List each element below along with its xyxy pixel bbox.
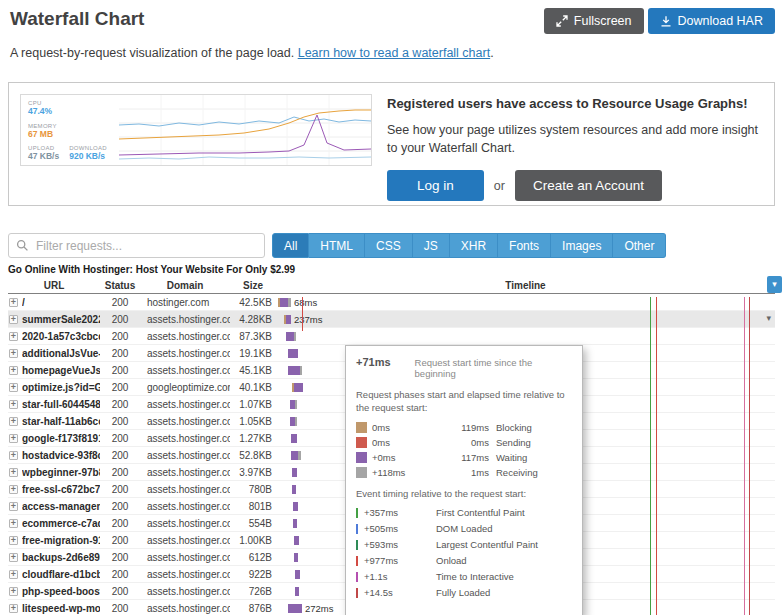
column-domain[interactable]: Domain [140, 280, 230, 291]
login-button[interactable]: Log in [387, 170, 484, 201]
size-cell: 780B [230, 484, 276, 495]
filter-tab-all[interactable]: All [272, 233, 309, 258]
column-size[interactable]: Size [230, 280, 276, 291]
domain-cell: assets.hostinger.com [140, 365, 230, 376]
filter-tab-fonts[interactable]: Fonts [498, 233, 551, 258]
filter-tab-other[interactable]: Other [613, 233, 666, 258]
tooltip-event-row: +14.5sFully Loaded [356, 587, 572, 598]
expand-row-icon[interactable]: + [9, 332, 18, 341]
expand-row-icon[interactable]: + [9, 434, 18, 443]
url-cell: +php-speed-boost-f... [8, 586, 100, 597]
timeline-cell[interactable]: 68ms [276, 294, 775, 310]
status-cell: 200 [100, 552, 140, 563]
expand-row-icon[interactable]: + [9, 417, 18, 426]
url-cell: +hostadvice-93f8c2... [8, 450, 100, 461]
phase-color-swatch [356, 467, 367, 478]
filter-tab-css[interactable]: CSS [365, 233, 413, 258]
table-row[interactable]: +/200hostinger.com42.5KB68ms [8, 294, 775, 311]
promo-actions: Log in or Create an Account [387, 170, 763, 201]
column-status[interactable]: Status [100, 280, 140, 291]
url-cell: +2020-1a57c3cbcd.c... [8, 331, 100, 342]
table-row[interactable]: +2020-1a57c3cbcd.c...200assets.hostinger… [8, 328, 775, 345]
url-cell: +/ [8, 297, 100, 308]
request-phase-bar [286, 332, 296, 341]
status-cell: 200 [100, 586, 140, 597]
size-cell: 3.97KB [230, 467, 276, 478]
expand-row-icon[interactable]: + [9, 570, 18, 579]
expand-row-icon[interactable]: + [9, 349, 18, 358]
expand-row-icon[interactable]: + [9, 366, 18, 375]
request-time-label: 237ms [294, 314, 323, 325]
expand-row-icon[interactable]: + [9, 587, 18, 596]
domain-cell: googleoptimize.com [140, 382, 230, 393]
column-timeline[interactable]: Timeline [276, 280, 775, 291]
filter-tabs: AllHTMLCSSJSXHRFontsImagesOther [272, 233, 666, 258]
fullscreen-button[interactable]: Fullscreen [544, 8, 644, 34]
tooltip-event-row: +593msLargest Contentful Paint [356, 539, 572, 550]
url-cell: +star-half-11ab6cc0... [8, 416, 100, 427]
tooltip-start-label: Request start time since the beginning [415, 357, 572, 379]
status-cell: 200 [100, 365, 140, 376]
download-label: Download HAR [678, 14, 763, 28]
filter-tab-js[interactable]: JS [413, 233, 450, 258]
request-phase-bar [290, 417, 297, 426]
request-time-label: 68ms [294, 297, 317, 308]
expand-row-icon[interactable]: + [9, 468, 18, 477]
expand-row-icon[interactable]: + [9, 485, 18, 494]
size-cell: 45.1KB [230, 365, 276, 376]
event-color-tick [356, 572, 358, 582]
expand-row-icon[interactable]: + [9, 400, 18, 409]
domain-cell: assets.hostinger.com [140, 603, 230, 614]
request-phase-bar [294, 553, 298, 562]
request-phase-bar [291, 451, 301, 460]
url-cell: +optimize.js?id=GT... [8, 382, 100, 393]
url-cell: +google-f173f8191f... [8, 433, 100, 444]
expand-row-icon[interactable]: + [9, 536, 18, 545]
request-time-label: 272ms [305, 603, 334, 614]
expand-row-icon[interactable]: + [9, 604, 18, 613]
event-color-tick [356, 524, 358, 534]
expand-row-icon[interactable]: + [9, 519, 18, 528]
filter-tab-xhr[interactable]: XHR [450, 233, 498, 258]
create-account-button[interactable]: Create an Account [515, 170, 662, 201]
promo-box: CPU 47.4% MEMORY 67 MB UPLOAD 47 KB/s DO… [8, 82, 775, 206]
request-phase-bar [292, 468, 297, 477]
domain-cell: assets.hostinger.com [140, 331, 230, 342]
status-cell: 200 [100, 382, 140, 393]
size-cell: 52.8KB [230, 450, 276, 461]
url-cell: +backups-2d6e895c... [8, 552, 100, 563]
filter-requests-input[interactable] [8, 233, 265, 258]
timeline-cell[interactable]: 237ms▾ [276, 311, 775, 327]
tooltip-phases-heading: Request phases start and elapsed time re… [356, 389, 572, 415]
expand-row-icon[interactable]: + [9, 553, 18, 562]
timeline-cell[interactable] [276, 328, 775, 344]
expand-row-icon[interactable]: + [9, 315, 18, 324]
timeline-options-button[interactable]: ▾ [767, 276, 782, 293]
request-phase-bar [294, 536, 299, 545]
column-url[interactable]: URL [8, 280, 100, 291]
expand-row-icon[interactable]: + [9, 451, 18, 460]
filter-tab-html[interactable]: HTML [309, 233, 365, 258]
download-har-button[interactable]: Download HAR [648, 8, 775, 34]
timeline-tooltip: +71ms Request start time since the begin… [345, 345, 583, 615]
phase-color-swatch [356, 437, 367, 448]
waterfall-help-link[interactable]: Learn how to read a waterfall chart [298, 46, 490, 60]
filter-tab-images[interactable]: Images [551, 233, 613, 258]
domain-cell: assets.hostinger.com [140, 348, 230, 359]
download-icon [660, 15, 672, 27]
expand-row-icon[interactable]: + [9, 502, 18, 511]
size-cell: 1.05KB [230, 416, 276, 427]
domain-cell: assets.hostinger.com [140, 586, 230, 597]
event-color-tick [356, 540, 358, 550]
size-cell: 42.5KB [230, 297, 276, 308]
tooltip-phase-row: +0ms117msWaiting [356, 452, 572, 463]
or-text: or [494, 179, 505, 193]
expand-row-icon[interactable]: + [9, 298, 18, 307]
table-row[interactable]: +summerSale2022-4...200assets.hostinger.… [8, 311, 775, 328]
size-cell: 1.07KB [230, 399, 276, 410]
row-caret-icon[interactable]: ▾ [766, 313, 771, 323]
size-cell: 922B [230, 569, 276, 580]
expand-row-icon[interactable]: + [9, 383, 18, 392]
request-phase-bar [295, 570, 300, 579]
url-cell: +summerSale2022-4... [8, 314, 100, 325]
